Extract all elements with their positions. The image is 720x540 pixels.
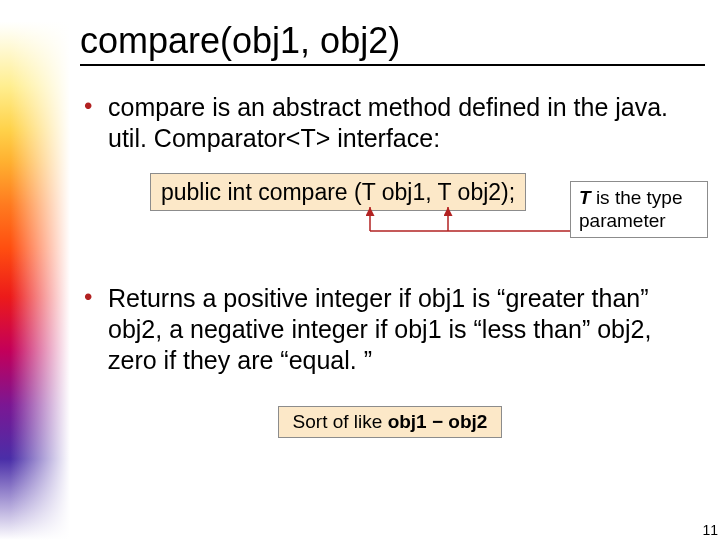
sortof-expr: obj1 − obj2	[388, 411, 488, 432]
bullet-list: compare is an abstract method defined in…	[80, 92, 700, 376]
sortof-box: Sort of like obj1 − obj2	[278, 406, 503, 438]
slide-content: compare(obj1, obj2) compare is an abstra…	[80, 20, 700, 520]
bullet-item-2: Returns a positive integer if obj1 is “g…	[80, 283, 700, 377]
bullet-1-text: compare is an abstract method defined in…	[108, 93, 668, 152]
type-param-callout: T is the type parameter	[570, 181, 708, 239]
side-gradient-decoration	[0, 0, 70, 540]
callout-arrows	[150, 173, 610, 253]
bullet-item-1: compare is an abstract method defined in…	[80, 92, 700, 253]
callout-rest: is the type parameter	[579, 187, 683, 232]
title-underline	[80, 64, 705, 66]
title-text: compare(obj1, obj2)	[80, 20, 400, 61]
slide-title: compare(obj1, obj2)	[80, 20, 700, 66]
bullet-2-text: Returns a positive integer if obj1 is “g…	[108, 284, 651, 375]
code-container: public int compare (T obj1, T obj2);	[150, 173, 700, 253]
callout-T: T	[579, 187, 591, 208]
page-number: 11	[702, 522, 718, 538]
sortof-prefix: Sort of like	[293, 411, 388, 432]
sortof-container: Sort of like obj1 − obj2	[80, 406, 700, 438]
